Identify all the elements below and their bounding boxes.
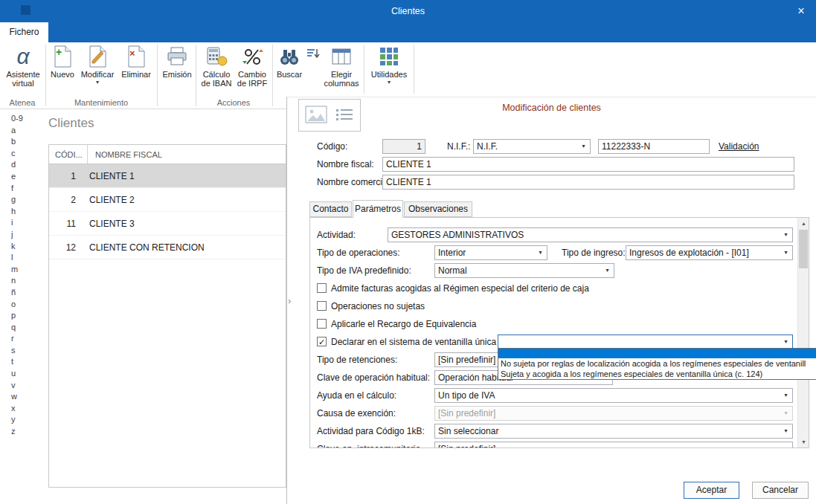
alpha-item[interactable]: f xyxy=(11,183,34,195)
column-header-nombre-fiscal[interactable]: NOMBRE FISCAL xyxy=(88,145,162,164)
aceptar-button[interactable]: Aceptar xyxy=(684,482,739,499)
client-image-placeholder[interactable] xyxy=(298,99,361,132)
ventanilla-select[interactable]: ▾ xyxy=(498,335,793,349)
tipo-ingreso-label: Tipo de ingreso: xyxy=(562,245,626,260)
alpha-item[interactable]: k xyxy=(11,241,34,253)
nif-type-select[interactable]: N.I.F. ▾ xyxy=(473,139,591,154)
alpha-item[interactable]: z xyxy=(11,426,34,438)
tipo-iva-select[interactable]: Normal ▾ xyxy=(434,263,614,278)
title-bar: Clientes × xyxy=(0,0,816,22)
clients-table: CÓDI... NOMBRE FISCAL 1 CLIENTE 1 2 CLIE… xyxy=(48,144,286,488)
modificar-dropdown-icon[interactable]: ▾ xyxy=(96,80,99,85)
table-row[interactable]: 12 CLIENTE CON RETENCION xyxy=(49,236,286,259)
alpha-item[interactable]: r xyxy=(11,333,34,345)
window-title: Clientes xyxy=(0,0,816,22)
tab-fichero[interactable]: Fichero xyxy=(0,22,48,42)
buscar-button[interactable]: Buscar xyxy=(274,45,304,79)
sort-az-button[interactable] xyxy=(304,45,322,64)
dropdown-option[interactable]: No sujeta por reglas de localización aco… xyxy=(498,358,816,369)
nombre-fiscal-field[interactable]: CLIENTE 1 xyxy=(382,157,794,172)
scrollbar-thumb[interactable] xyxy=(799,230,808,268)
alpha-item[interactable]: s xyxy=(11,345,34,357)
criterio-caja-checkbox[interactable] xyxy=(317,283,327,293)
alpha-item[interactable]: a xyxy=(11,125,34,137)
elegir-columnas-button[interactable]: Elegir columnas xyxy=(322,45,361,88)
nif-field[interactable]: 11222333-N xyxy=(598,139,710,154)
codigo-field[interactable]: 1 xyxy=(382,139,425,154)
table-row[interactable]: 2 CLIENTE 2 xyxy=(49,188,286,212)
actividad-label: Actividad: xyxy=(317,227,356,242)
vertical-scrollbar[interactable]: ▲ ▼ xyxy=(797,218,809,448)
dropdown-option-blank[interactable] xyxy=(498,349,816,358)
nombre-comercial-field[interactable]: CLIENTE 1 xyxy=(382,175,794,190)
edit-document-icon xyxy=(88,45,107,68)
alpha-item[interactable]: l xyxy=(11,252,34,264)
alpha-item[interactable]: g xyxy=(11,194,34,206)
picture-icon xyxy=(305,106,327,126)
alpha-item[interactable]: e xyxy=(11,171,34,183)
ribbon-divider xyxy=(0,109,286,109)
column-header-codigo[interactable]: CÓDI... xyxy=(49,145,88,164)
recargo-equivalencia-checkbox[interactable] xyxy=(317,319,327,329)
close-icon[interactable]: × xyxy=(789,0,813,22)
chevron-down-icon: ▾ xyxy=(780,442,791,448)
utilidades-button[interactable]: Utilidades ▾ xyxy=(367,45,411,85)
alpha-item[interactable]: d xyxy=(11,159,34,171)
dropdown-option[interactable]: Sujeta y acogida a los regímenes especia… xyxy=(498,369,816,379)
scroll-up-icon[interactable]: ▲ xyxy=(798,218,809,229)
tipo-retenciones-label: Tipo de retenciones: xyxy=(317,352,397,367)
ayuda-calculo-select[interactable]: Un tipo de IVA ▾ xyxy=(434,388,793,403)
alpha-item[interactable]: q xyxy=(11,322,34,334)
alpha-item[interactable]: p xyxy=(11,310,34,322)
calculo-iban-button[interactable]: Cálculo de IBAN xyxy=(198,45,235,88)
alpha-item[interactable]: x xyxy=(11,403,34,415)
percent-change-icon xyxy=(241,45,263,68)
alpha-item[interactable]: c xyxy=(11,148,34,160)
modificar-button[interactable]: Modificar ▾ xyxy=(77,45,118,85)
alpha-item[interactable]: b xyxy=(11,136,34,148)
sort-icon xyxy=(306,45,320,62)
cancelar-button[interactable]: Cancelar xyxy=(752,482,809,499)
scroll-down-icon[interactable]: ▼ xyxy=(798,436,809,448)
alpha-item[interactable]: n xyxy=(11,275,34,287)
client-code: 11 xyxy=(49,219,82,229)
asistente-virtual-button[interactable]: α Asistente virtual xyxy=(1,45,45,88)
ventanilla-unica-checkbox[interactable]: ✓ xyxy=(317,337,327,346)
emision-button[interactable]: Emisión xyxy=(160,45,194,79)
clave-intracomunitaria-value: [Sin predefinir] xyxy=(438,444,495,448)
alpha-item[interactable]: 0-9 xyxy=(11,113,34,125)
tab-observaciones[interactable]: Observaciones xyxy=(404,201,472,217)
alpha-item[interactable]: u xyxy=(11,368,34,380)
alpha-item[interactable]: o xyxy=(11,299,34,311)
alpha-item[interactable]: m xyxy=(11,264,34,276)
operaciones-no-sujetas-checkbox[interactable] xyxy=(317,301,327,311)
validacion-link[interactable]: Validación xyxy=(719,139,759,154)
alpha-item[interactable]: i xyxy=(11,217,34,229)
actividad-1kb-select[interactable]: Sin seleccionar ▾ xyxy=(434,424,793,439)
nuevo-button[interactable]: + Nuevo xyxy=(48,45,77,79)
tipo-operaciones-select[interactable]: Interior ▾ xyxy=(434,245,547,260)
client-name: CLIENTE 1 xyxy=(82,171,135,181)
tab-contacto[interactable]: Contacto xyxy=(309,201,352,217)
alpha-item[interactable]: h xyxy=(11,206,34,218)
collapse-expander-icon[interactable]: › xyxy=(288,295,291,306)
cambio-irpf-button[interactable]: Cambio de IRPF xyxy=(235,45,269,88)
alpha-item[interactable]: y xyxy=(11,414,34,426)
eliminar-button[interactable]: × Eliminar xyxy=(118,45,155,79)
alpha-item[interactable]: ñ xyxy=(11,287,34,299)
utilidades-dropdown-icon[interactable]: ▾ xyxy=(388,80,391,85)
alpha-item[interactable]: j xyxy=(11,229,34,241)
tab-parametros[interactable]: Parámetros xyxy=(353,200,403,218)
codigo-label: Código: xyxy=(317,139,347,154)
actividad-select[interactable]: GESTORES ADMINISTRATIVOS ▾ xyxy=(388,227,793,242)
new-document-icon: + xyxy=(53,45,72,68)
chevron-down-icon: ▾ xyxy=(602,264,613,277)
tipo-ingreso-select[interactable]: Ingresos de explotación - [I01] ▾ xyxy=(626,245,793,260)
alpha-item[interactable]: v xyxy=(11,380,34,392)
table-row[interactable]: 1 CLIENTE 1 xyxy=(49,164,286,188)
ribbon: α Asistente virtual + Nuevo Modificar ▾ … xyxy=(0,42,816,97)
clave-intracomunitaria-select[interactable]: [Sin predefinir] ▾ xyxy=(434,442,793,448)
alpha-item[interactable]: t xyxy=(11,356,34,368)
alpha-item[interactable]: w xyxy=(11,391,34,403)
table-row[interactable]: 11 CLIENTE 3 xyxy=(49,212,286,236)
